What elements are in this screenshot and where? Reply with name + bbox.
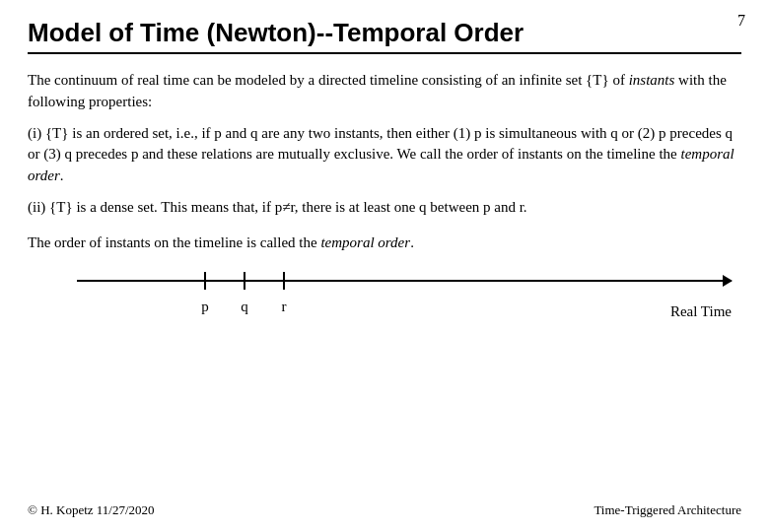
footer-brand: Time-Triggered Architecture <box>594 502 741 518</box>
tick-q-mark <box>244 272 245 290</box>
tick-p-mark <box>204 272 206 290</box>
timeline-text: The order of instants on the timeline is… <box>28 233 741 254</box>
timeline-text-suffix: . <box>410 234 414 250</box>
slide-number: 7 <box>737 12 745 30</box>
timeline-text-italic: temporal order <box>320 234 410 250</box>
timeline-text-prefix: The order of instants on the timeline is… <box>28 234 320 250</box>
slide-content: The continuum of real time can be modele… <box>28 70 741 497</box>
para1-italic: instants <box>629 72 675 88</box>
para2-text: (i) {T} is an ordered set, i.e., if p an… <box>28 125 733 163</box>
slide-title: Model of Time (Newton)--Temporal Order <box>28 18 741 54</box>
para2-suffix: . <box>60 167 64 183</box>
slide-container: 7 Model of Time (Newton)--Temporal Order… <box>0 0 769 532</box>
paragraph-1: The continuum of real time can be modele… <box>28 70 741 113</box>
tick-label-p: p <box>201 299 209 315</box>
paragraph-2: (i) {T} is an ordered set, i.e., if p an… <box>28 123 741 187</box>
footer: © H. Kopetz 11/27/2020 Time-Triggered Ar… <box>28 497 741 518</box>
tick-label-q: q <box>241 299 248 315</box>
timeline-line <box>28 263 741 299</box>
timeline-arrow <box>77 280 732 282</box>
tick-labels: p q r Real Time <box>28 299 741 320</box>
paragraph-3: (ii) {T} is a dense set. This means that… <box>28 197 741 219</box>
timeline-diagram: p q r Real Time <box>28 263 741 320</box>
tick-label-r: r <box>282 299 287 315</box>
real-time-label: Real Time <box>670 303 732 320</box>
timeline-section: The order of instants on the timeline is… <box>28 233 741 321</box>
tick-r-mark <box>283 272 285 290</box>
footer-copyright: © H. Kopetz 11/27/2020 <box>28 502 155 518</box>
para1-text: The continuum of real time can be modele… <box>28 72 629 88</box>
